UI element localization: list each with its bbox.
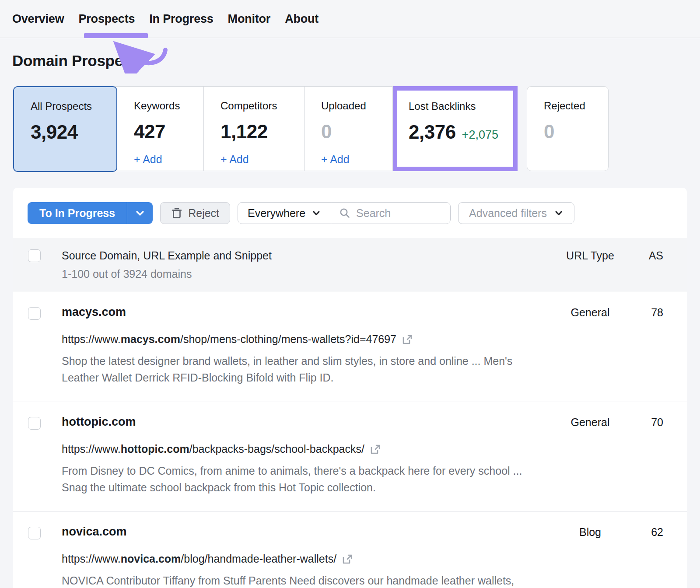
scope-select[interactable]: Everywhere — [238, 203, 331, 224]
card-label: Competitors — [220, 100, 304, 112]
prospect-card-group: All Prospects 3,924 Keywords 427 + Add C… — [13, 86, 393, 171]
card-label: Lost Backlinks — [409, 100, 513, 112]
card-lost-backlinks[interactable]: Lost Backlinks 2,376 +2,075 — [397, 91, 513, 167]
url-example: https://www.hottopic.com/backpacks-bags/… — [62, 443, 557, 455]
to-in-progress-label[interactable]: To In Progress — [28, 202, 127, 224]
external-link-icon[interactable] — [402, 334, 413, 345]
source-domain: novica.com — [62, 525, 557, 539]
toolbar: To In Progress Reject Everywhere — [13, 188, 687, 238]
source-domain: hottopic.com — [62, 415, 557, 429]
card-value: 2,376 — [409, 121, 456, 143]
card-all-prospects[interactable]: All Prospects 3,924 — [13, 86, 117, 172]
reject-label: Reject — [188, 207, 219, 220]
add-keywords-link[interactable]: + Add — [134, 153, 162, 166]
search-input[interactable] — [356, 207, 435, 220]
url-type-value: General — [557, 305, 623, 319]
card-value: 427 — [134, 121, 203, 143]
trash-icon — [171, 207, 182, 219]
tab-overview[interactable]: Overview — [12, 12, 64, 26]
add-uploaded-link[interactable]: + Add — [321, 153, 350, 166]
card-label: Keywords — [134, 100, 203, 112]
to-in-progress-dropdown[interactable] — [127, 202, 153, 224]
scope-value: Everywhere — [248, 207, 305, 220]
tab-about[interactable]: About — [285, 12, 318, 26]
card-keywords[interactable]: Keywords 427 + Add — [117, 87, 204, 171]
card-label: Rejected — [544, 100, 608, 112]
column-source-domain: Source Domain, URL Example and Snippet — [62, 249, 557, 262]
as-value: 70 — [623, 415, 663, 429]
table-row: novica.com https://www.novica.com/blog/h… — [13, 512, 687, 588]
advanced-filters-button[interactable]: Advanced filters — [458, 202, 574, 224]
advanced-filters-label: Advanced filters — [469, 207, 547, 220]
card-value: 1,122 — [220, 121, 304, 143]
search-box — [331, 203, 450, 224]
column-url-type: URL Type — [557, 249, 623, 262]
card-label: Uploaded — [321, 100, 392, 112]
top-nav: Overview Prospects In Progress Monitor A… — [0, 0, 700, 38]
card-uploaded[interactable]: Uploaded 0 + Add — [304, 87, 392, 171]
as-value: 62 — [623, 525, 663, 539]
add-competitors-link[interactable]: + Add — [220, 153, 249, 166]
prospects-highlight-underline — [84, 33, 148, 38]
table-row: hottopic.com https://www.hottopic.com/ba… — [13, 402, 687, 512]
card-value: 0 — [321, 121, 392, 143]
prospects-panel: To In Progress Reject Everywhere — [13, 188, 687, 588]
snippet: Shop the latest designer brand wallets, … — [62, 353, 534, 386]
tab-monitor[interactable]: Monitor — [228, 12, 271, 26]
url-example: https://www.macys.com/shop/mens-clothing… — [62, 333, 557, 346]
column-as: AS — [623, 249, 663, 262]
source-domain: macys.com — [62, 305, 557, 319]
table-row: macys.com https://www.macys.com/shop/men… — [13, 292, 687, 402]
card-label: All Prospects — [31, 100, 116, 112]
chevron-down-icon — [135, 208, 145, 218]
results-count: 1-100 out of 3924 domains — [62, 268, 557, 280]
table-header: Source Domain, URL Example and Snippet 1… — [13, 238, 687, 292]
tab-prospects[interactable]: Prospects — [78, 12, 135, 26]
card-delta-badge: +2,075 — [462, 128, 498, 142]
url-type-value: Blog — [557, 525, 623, 539]
snippet: From Disney to DC Comics, from anime to … — [62, 462, 534, 496]
card-value: 3,924 — [31, 121, 116, 143]
to-in-progress-button[interactable]: To In Progress — [28, 202, 153, 224]
row-checkbox[interactable] — [28, 307, 41, 320]
chevron-down-icon — [554, 208, 564, 218]
url-type-value: General — [557, 415, 623, 429]
lost-backlinks-highlight-box: Lost Backlinks 2,376 +2,075 — [393, 86, 518, 171]
page-title: Domain Prospects — [12, 52, 700, 70]
search-icon — [339, 207, 350, 219]
card-value: 0 — [544, 121, 608, 143]
prospect-cards: All Prospects 3,924 Keywords 427 + Add C… — [13, 86, 687, 171]
card-rejected[interactable]: Rejected 0 — [527, 86, 609, 171]
as-value: 78 — [623, 305, 663, 319]
tab-in-progress[interactable]: In Progress — [149, 12, 213, 26]
snippet: NOVICA Contributor Tiffany from Stuff Pa… — [62, 572, 534, 588]
scope-search-group: Everywhere — [238, 202, 451, 224]
external-link-icon[interactable] — [370, 444, 381, 455]
url-example: https://www.novica.com/blog/handmade-lea… — [62, 553, 557, 565]
reject-button[interactable]: Reject — [160, 202, 230, 224]
row-checkbox[interactable] — [28, 527, 41, 539]
external-link-icon[interactable] — [342, 553, 353, 565]
row-checkbox[interactable] — [28, 417, 41, 430]
chevron-down-icon — [312, 208, 321, 218]
select-all-checkbox[interactable] — [28, 249, 41, 262]
card-competitors[interactable]: Competitors 1,122 + Add — [204, 87, 304, 171]
